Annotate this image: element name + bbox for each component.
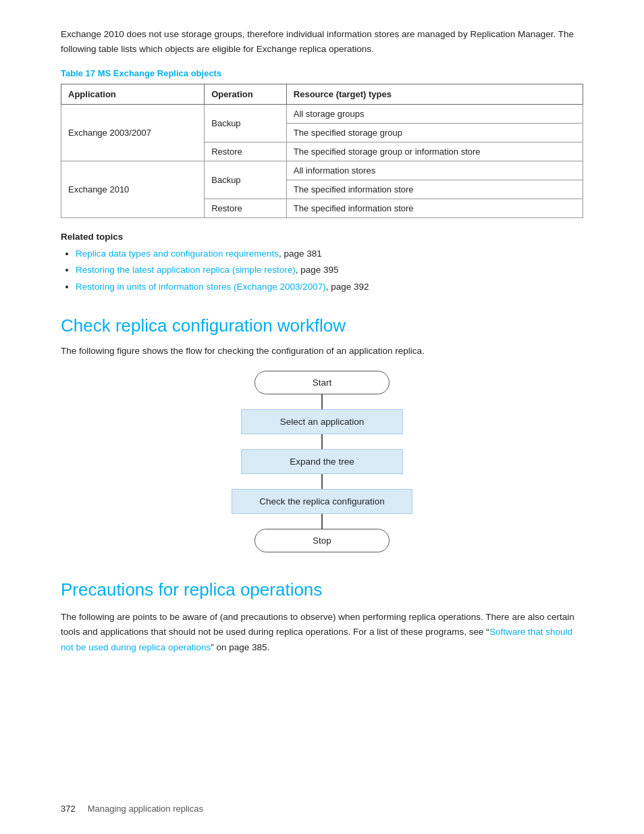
resource-cell: All information stores bbox=[286, 161, 583, 180]
flow-arrow bbox=[321, 434, 323, 449]
precautions-paragraph: The following are points to be aware of … bbox=[61, 610, 583, 655]
flow-arrow bbox=[321, 394, 323, 409]
related-topics-title: Related topics bbox=[61, 232, 583, 242]
footer: 372 Managing application replicas bbox=[0, 804, 644, 814]
related-link-1[interactable]: Replica data types and configuration req… bbox=[76, 249, 279, 259]
list-item: Restoring the latest application replica… bbox=[76, 262, 583, 278]
resource-cell: All storage groups bbox=[286, 105, 583, 124]
flow-arrow bbox=[321, 474, 323, 489]
flowchart-start: Start bbox=[254, 371, 390, 394]
replica-table: Application Operation Resource (target) … bbox=[61, 84, 583, 218]
col-header-operation: Operation bbox=[205, 84, 287, 105]
precautions-text-after: ” on page 385. bbox=[211, 642, 269, 652]
related-link-1-suffix: , page 381 bbox=[279, 249, 322, 259]
op-cell-backup-2003: Backup bbox=[205, 105, 287, 142]
resource-cell: The specified information store bbox=[286, 199, 583, 218]
check-section-heading: Check replica configuration workflow bbox=[61, 315, 583, 336]
related-topics: Related topics Replica data types and co… bbox=[61, 232, 583, 295]
resource-cell: The specified information store bbox=[286, 180, 583, 199]
col-header-resource: Resource (target) types bbox=[286, 84, 583, 105]
table-row: Exchange 2010 Backup All information sto… bbox=[61, 161, 583, 180]
precautions-section-heading: Precautions for replica operations bbox=[61, 579, 583, 600]
op-cell-backup-2010: Backup bbox=[205, 161, 287, 199]
footer-page-number: 372 bbox=[61, 804, 76, 814]
flowchart-step-1: Select an application bbox=[241, 409, 403, 434]
related-link-3-suffix: , page 392 bbox=[326, 282, 369, 292]
intro-paragraph: Exchange 2010 does not use storage group… bbox=[61, 27, 583, 56]
related-link-3[interactable]: Restoring in units of information stores… bbox=[76, 282, 326, 292]
resource-cell: The specified storage group bbox=[286, 124, 583, 142]
app-cell-2010: Exchange 2010 bbox=[61, 161, 205, 218]
flow-description: The following figure shows the flow for … bbox=[61, 346, 583, 356]
flowchart-step-2: Expand the tree bbox=[241, 449, 403, 474]
footer-page-label: Managing application replicas bbox=[88, 804, 203, 814]
table-title: Table 17 MS Exchange Replica objects bbox=[61, 68, 583, 78]
related-link-2[interactable]: Restoring the latest application replica… bbox=[76, 265, 296, 275]
flow-arrow bbox=[321, 514, 323, 529]
op-cell-restore-2003: Restore bbox=[205, 142, 287, 161]
table-row: Exchange 2003/2007 Backup All storage gr… bbox=[61, 105, 583, 124]
op-cell-restore-2010: Restore bbox=[205, 199, 287, 218]
flowchart: Start Select an application Expand the t… bbox=[61, 371, 583, 552]
list-item: Restoring in units of information stores… bbox=[76, 279, 583, 295]
list-item: Replica data types and configuration req… bbox=[76, 246, 583, 262]
related-link-2-suffix: , page 395 bbox=[296, 265, 339, 275]
flowchart-stop: Stop bbox=[254, 529, 390, 552]
app-cell-2003: Exchange 2003/2007 bbox=[61, 105, 205, 161]
col-header-application: Application bbox=[61, 84, 205, 105]
related-topics-list: Replica data types and configuration req… bbox=[61, 246, 583, 295]
resource-cell: The specified storage group or informati… bbox=[286, 142, 583, 161]
flowchart-step-3: Check the replica configuration bbox=[232, 489, 412, 514]
